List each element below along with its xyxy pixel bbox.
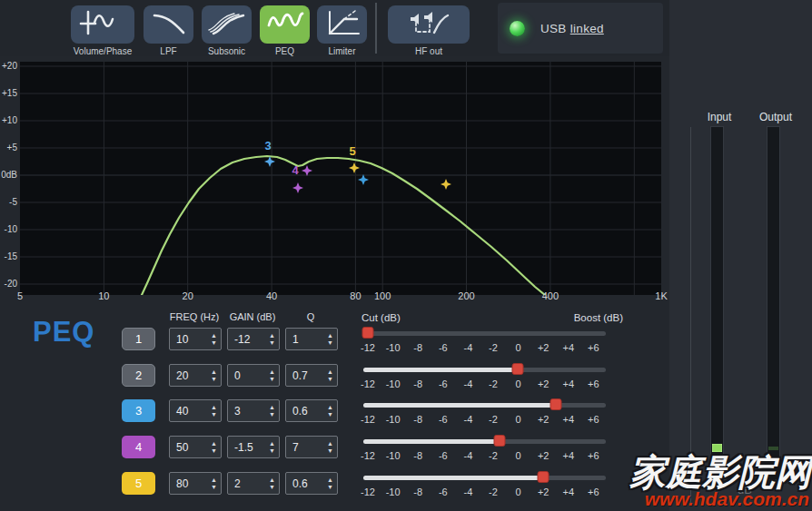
band-button-3[interactable]: 3	[122, 399, 155, 422]
spin-down-icon[interactable]: ▼	[327, 447, 333, 454]
eq-band-marker[interactable]	[292, 182, 303, 193]
q-input-band-4[interactable]: 7▲▼	[285, 436, 338, 458]
spin-up-icon[interactable]: ▲	[211, 477, 217, 483]
q-input-band-2-value: 0.7	[286, 369, 323, 382]
gain-input-band-4[interactable]: -1.5▲▼	[227, 436, 280, 458]
freq-input-band-1[interactable]: 10▲▼	[169, 328, 222, 350]
tab-volume-phase-button[interactable]	[71, 5, 134, 44]
spin-down-icon[interactable]: ▼	[269, 411, 275, 418]
spin-down-icon[interactable]: ▼	[211, 411, 217, 418]
gain-input-band-2[interactable]: 0▲▼	[227, 364, 280, 387]
tab-volume-phase[interactable]: Volume/Phase	[71, 5, 134, 56]
spin-up-icon[interactable]: ▲	[327, 404, 333, 410]
tab-hf-out[interactable]: HF out	[388, 5, 470, 56]
tab-subsonic-button[interactable]	[202, 5, 252, 44]
q-input-band-2[interactable]: 0.7▲▼	[285, 364, 338, 387]
usb-linked-link[interactable]: linked	[570, 22, 604, 35]
slider-tick: +4	[563, 414, 575, 425]
input-level-meter	[710, 126, 724, 480]
tab-peq[interactable]: PEQ	[260, 5, 310, 56]
band-button-1[interactable]: 1	[122, 328, 155, 350]
q-input-band-1[interactable]: 1▲▼	[285, 328, 338, 350]
freq-input-band-3[interactable]: 40▲▼	[169, 399, 222, 422]
tab-lpf-label: LPF	[160, 46, 176, 56]
slider-tick: 0	[516, 378, 521, 389]
graph-x-tick: 10	[98, 290, 109, 301]
q-input-band-3-spinner: ▲▼	[323, 404, 337, 418]
tab-limiter-button[interactable]	[317, 5, 367, 44]
spin-up-icon[interactable]: ▲	[269, 404, 275, 410]
spin-down-icon[interactable]: ▼	[269, 484, 275, 490]
graph-x-tick: 1K	[655, 290, 667, 301]
spin-down-icon[interactable]: ▼	[269, 447, 275, 454]
spin-down-icon[interactable]: ▼	[211, 339, 217, 346]
spin-down-icon[interactable]: ▼	[269, 376, 275, 382]
spin-down-icon[interactable]: ▼	[327, 411, 333, 418]
slider-handle-band-3[interactable]	[550, 398, 561, 410]
gain-slider-band-1[interactable]	[363, 331, 606, 336]
freq-input-band-4[interactable]: 50▲▼	[169, 436, 222, 458]
spin-up-icon[interactable]: ▲	[211, 404, 217, 410]
slider-handle-band-1[interactable]	[362, 327, 374, 339]
q-input-band-3[interactable]: 0.6▲▼	[285, 399, 338, 422]
spin-up-icon[interactable]: ▲	[269, 369, 275, 375]
slider-handle-band-5[interactable]	[537, 471, 549, 483]
spin-up-icon[interactable]: ▲	[327, 332, 333, 339]
freq-input-band-5-spinner: ▲▼	[207, 477, 221, 490]
spin-up-icon[interactable]: ▲	[269, 477, 275, 483]
level-meter-panel: Input Output dB	[669, 0, 812, 511]
spin-up-icon[interactable]: ▲	[211, 332, 217, 339]
freq-input-band-5[interactable]: 80▲▼	[169, 472, 222, 495]
spin-down-icon[interactable]: ▼	[327, 484, 333, 490]
band-button-2[interactable]: 2	[122, 364, 155, 387]
spin-up-icon[interactable]: ▲	[211, 369, 217, 375]
graph-y-tick: +10	[0, 115, 17, 125]
spin-up-icon[interactable]: ▲	[327, 369, 333, 375]
eq-response-graph[interactable]: 345	[20, 62, 661, 295]
slider-handle-band-2[interactable]	[512, 363, 524, 375]
gain-input-band-1-spinner: ▲▼	[265, 332, 279, 346]
spin-up-icon[interactable]: ▲	[211, 440, 217, 447]
gain-input-band-3[interactable]: 3▲▼	[227, 399, 280, 422]
slider-tick: +2	[538, 450, 550, 461]
slider-tick: -8	[413, 378, 422, 389]
slider-tick: -10	[386, 450, 401, 461]
eq-band-marker[interactable]	[264, 156, 275, 167]
band-button-5[interactable]: 5	[122, 472, 155, 495]
usb-led-icon	[510, 21, 525, 36]
eq-band-marker[interactable]	[349, 162, 360, 173]
tab-subsonic[interactable]: Subsonic	[202, 5, 252, 56]
tab-hf-out-button[interactable]	[388, 5, 470, 44]
spin-down-icon[interactable]: ▼	[327, 339, 333, 346]
tab-lpf-button[interactable]	[144, 5, 193, 44]
slider-tick: -2	[489, 486, 498, 497]
tab-limiter[interactable]: Limiter	[317, 5, 367, 56]
spin-down-icon[interactable]: ▼	[211, 376, 217, 382]
eq-band-marker[interactable]	[441, 179, 451, 190]
gain-slider-band-2[interactable]	[363, 368, 606, 372]
gain-slider-band-3[interactable]	[363, 403, 606, 408]
tab-lpf[interactable]: LPF	[144, 5, 193, 56]
slider-handle-band-4[interactable]	[493, 435, 505, 447]
slider-tick: +2	[538, 342, 550, 353]
gain-slider-band-5[interactable]	[363, 476, 606, 480]
gain-input-band-5[interactable]: 2▲▼	[227, 472, 280, 495]
eq-band-marker[interactable]	[358, 174, 369, 185]
tab-peq-button[interactable]	[260, 5, 310, 44]
spin-up-icon[interactable]: ▲	[327, 477, 333, 483]
graph-x-tick: 20	[183, 290, 193, 301]
gain-slider-band-4[interactable]	[363, 439, 606, 444]
spin-up-icon[interactable]: ▲	[327, 440, 333, 447]
eq-band-number-label: 3	[264, 139, 271, 152]
spin-down-icon[interactable]: ▼	[211, 484, 217, 490]
spin-down-icon[interactable]: ▼	[269, 339, 275, 346]
eq-band-marker[interactable]	[302, 165, 312, 176]
spin-up-icon[interactable]: ▲	[269, 332, 275, 339]
spin-down-icon[interactable]: ▼	[327, 376, 333, 382]
spin-up-icon[interactable]: ▲	[269, 440, 275, 447]
band-button-4[interactable]: 4	[122, 436, 155, 458]
q-input-band-5[interactable]: 0.6▲▼	[285, 472, 338, 495]
gain-input-band-1[interactable]: -12▲▼	[227, 328, 280, 350]
spin-down-icon[interactable]: ▼	[211, 447, 217, 454]
freq-input-band-2[interactable]: 20▲▼	[169, 364, 222, 387]
